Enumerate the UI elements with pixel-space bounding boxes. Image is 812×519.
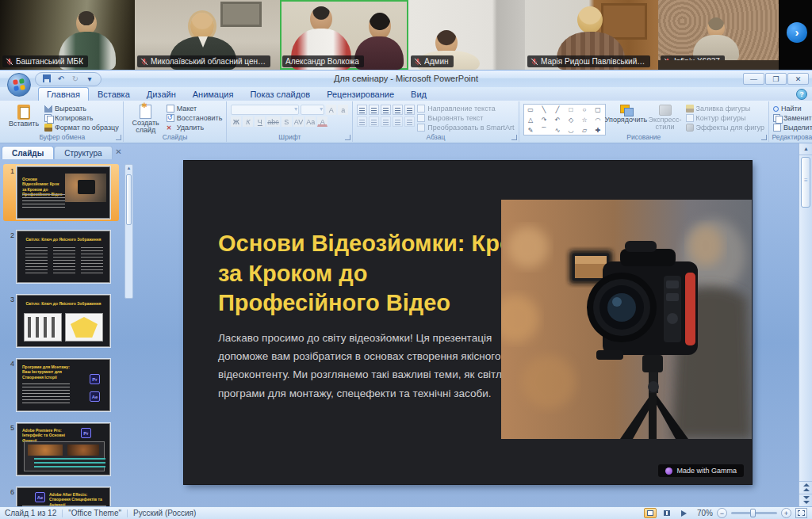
language-indicator[interactable]: Русский (Россия) [133,509,196,517]
font-dialog-launcher[interactable] [345,135,350,140]
increase-indent-button[interactable] [393,105,403,115]
delete-slide-button[interactable]: Удалить [167,124,223,132]
copy-button[interactable]: Копировать [44,114,119,122]
bold-button[interactable]: Ж [231,116,241,127]
select-button[interactable]: Выделить ▾ [773,124,812,132]
tab-view[interactable]: Вид [403,88,435,101]
strikethrough-button[interactable]: abc [266,116,280,127]
tab-insert[interactable]: Вставка [90,88,138,101]
participant-tile-active-speaker[interactable]: Александр Волкожа [280,0,408,70]
participant-tile[interactable]: Админ [408,0,525,70]
qat-dropdown-button[interactable]: ▾ [83,74,96,85]
fit-to-window-button[interactable] [795,508,807,518]
align-center-button[interactable] [369,116,379,127]
shape-icon[interactable]: ╲ [538,105,551,115]
scroll-up-icon[interactable]: ▲ [799,143,812,155]
shape-fill-button[interactable]: Заливка фигуры [686,105,764,113]
participant-tile[interactable]: Баштанський МБК [0,0,135,70]
quick-styles-button[interactable]: Экспресс-стили [647,104,684,132]
participant-tile[interactable]: Марія Ридош Павлівський СБК [525,0,658,70]
shape-icon[interactable]: ▢ [592,105,605,115]
slide-thumbnail-4[interactable]: 4 Програми для Монтажу: Ваш Інструмент д… [3,357,119,414]
paste-button[interactable]: Вставить [6,104,42,128]
undo-button[interactable]: ↶ [55,74,67,85]
shape-effects-button[interactable]: Эффекты для фигур [686,124,764,132]
new-slide-button[interactable]: Создать слайд [128,104,164,135]
drawing-dialog-launcher[interactable] [761,135,767,140]
next-slide-button[interactable] [799,494,812,506]
italic-button[interactable]: К [243,116,253,127]
numbering-button[interactable] [369,105,379,115]
slide-thumbnail-5[interactable]: 5 Adobe Premiere Pro: Інтерфейс та Основ… [3,421,119,478]
shrink-font-button[interactable]: а [338,105,348,115]
underline-button[interactable]: Ч [255,116,265,127]
character-spacing-button[interactable]: AV [293,116,304,127]
close-panel-icon[interactable]: ✕ [113,147,124,157]
redo-button[interactable]: ↻ [69,74,82,85]
tab-design[interactable]: Дизайн [139,88,184,101]
slide-thumbnail-6[interactable]: 6 Ae Adobe After Effects: Створення Спец… [3,485,119,506]
shape-icon[interactable]: ☆ [578,115,592,125]
vertical-scrollbar[interactable]: ▲ [799,143,812,506]
slideshow-button[interactable] [677,508,690,518]
reset-button[interactable]: Восстановить [167,114,223,122]
shape-icon[interactable]: △ [524,115,538,125]
shape-outline-button[interactable]: Контур фигуры [686,114,764,122]
tab-home[interactable]: Главная [38,87,89,101]
next-participants-button[interactable]: › [787,22,807,43]
align-left-button[interactable] [357,116,367,127]
tab-slides[interactable]: Слайды [2,146,54,159]
theme-name[interactable]: "Office Theme" [68,509,121,517]
line-spacing-button[interactable] [404,105,415,115]
office-button[interactable] [7,73,31,97]
panel-scroll-thumb[interactable] [126,174,132,225]
bullets-button[interactable] [357,105,367,115]
scroll-up-icon[interactable]: ▲ [125,166,132,170]
shape-icon[interactable]: ╱ [551,105,565,115]
layout-button[interactable]: Макет [167,105,223,113]
zoom-slider[interactable] [731,512,777,514]
tab-review[interactable]: Рецензирование [319,88,402,101]
shape-icon[interactable]: ◇ [565,115,578,125]
close-button[interactable]: ✕ [787,73,809,85]
find-button[interactable]: Найти [773,105,812,113]
slide-thumbnail-2[interactable]: 2 Світло: Ключ до Якісного Зображення [3,228,119,285]
justify-button[interactable] [393,116,403,127]
zoom-level[interactable]: 70% [694,509,713,517]
previous-slide-button[interactable] [799,481,812,494]
participant-tile[interactable]: Миколаївський обласний центр... [135,0,280,70]
minimize-button[interactable]: — [743,73,764,85]
shapes-gallery[interactable]: ▭╲╱□○▢ △↷↶◇☆◠ ✎⌒∿◡▱✚ [523,104,606,135]
font-name-combo[interactable] [231,105,299,115]
panel-scrollbar[interactable]: ▲ [124,164,133,299]
font-color-button[interactable]: А [317,116,327,127]
tab-slideshow[interactable]: Показ слайдов [242,88,318,101]
text-shadow-button[interactable]: S [282,116,292,127]
shape-icon[interactable]: ○ [578,105,592,115]
slide-title[interactable]: Основи Відеозйомки: Крок за Кроком до Пр… [218,229,529,319]
replace-button[interactable]: Заменить ▾ [773,114,812,122]
save-button[interactable] [40,74,53,85]
font-size-combo[interactable] [301,105,324,115]
grow-font-button[interactable]: А [326,105,336,115]
cut-button[interactable]: Вырезать [44,105,119,113]
slide-thumbnail-3[interactable]: 3 Світло: Ключ до Якісного Зображення [3,292,119,349]
scroll-thumb[interactable] [801,157,810,208]
slide-sorter-button[interactable] [661,508,673,518]
tab-animation[interactable]: Анимация [185,88,242,101]
shape-icon[interactable]: ◠ [592,115,605,125]
zoom-slider-thumb[interactable] [750,509,756,517]
clipboard-dialog-launcher[interactable] [116,135,121,140]
zoom-in-button[interactable]: + [781,508,791,518]
shape-icon[interactable]: ↷ [538,115,551,125]
slide-canvas[interactable]: Основи Відеозйомки: Крок за Кроком до Пр… [184,161,752,484]
participant-tile[interactable]: Infinix X6837 [658,0,779,70]
made-with-gamma-badge[interactable]: Made with Gamma [658,464,744,477]
shape-icon[interactable]: ↶ [551,115,565,125]
shape-icon[interactable]: □ [565,105,578,115]
restore-button[interactable]: ❐ [765,73,787,85]
change-case-button[interactable]: Аа [305,116,316,127]
convert-smartart-button[interactable]: Преобразовать в SmartArt [417,124,514,132]
slide-body-text[interactable]: Ласкаво просимо до світу відеозйомки! Ця… [218,329,534,403]
help-icon[interactable]: ? [796,89,807,100]
